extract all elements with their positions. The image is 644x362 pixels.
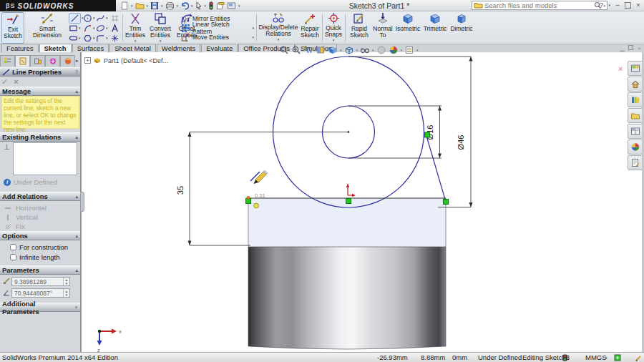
relation-fix[interactable]: Fix [4, 222, 76, 230]
tab-sketch[interactable]: Sketch [39, 44, 72, 52]
taskpane-home-tab[interactable] [628, 77, 643, 92]
rectangle-tool-button[interactable]: ▾ [69, 23, 83, 33]
taskpane-appearances-tab[interactable] [628, 140, 643, 155]
linear-sketch-pattern-button[interactable]: Linear Sketch Pattern ▾ [181, 23, 254, 32]
minimize-button[interactable]: – [613, 1, 622, 9]
save-icon[interactable] [150, 1, 159, 10]
taskpane-close-icon[interactable]: × [618, 64, 623, 73]
relation-horizontal[interactable]: Horizontal [4, 204, 76, 212]
arc-tool-button[interactable]: ▾ [83, 23, 96, 33]
apply-scene-icon[interactable] [389, 45, 399, 55]
length-field[interactable]: ▲▼ [11, 277, 70, 286]
sketch-line-slanted[interactable] [426, 136, 446, 202]
dim-large-circle-text[interactable]: Ø46 [457, 135, 465, 150]
collapse-icon[interactable]: ▴ [75, 194, 78, 200]
tag-status-icon[interactable] [614, 354, 621, 361]
search-box[interactable]: ▾ [472, 1, 608, 10]
property-manager-tab[interactable] [15, 55, 30, 67]
fillet-tool-button[interactable]: ▾ [96, 33, 110, 43]
parameters-header[interactable]: Parameters ▴ [0, 265, 80, 275]
additional-parameters-header[interactable]: Additional Parameters « [0, 303, 80, 312]
rebuild-icon[interactable] [208, 1, 214, 10]
polygon-tool-button[interactable]: ▾ [83, 33, 96, 43]
display-style-icon[interactable] [344, 45, 354, 55]
ok-button[interactable]: ✓ [1, 77, 8, 87]
print-icon[interactable] [165, 1, 175, 10]
doc-close-icon[interactable]: × [638, 45, 641, 52]
close-button[interactable]: × [634, 1, 643, 9]
display-manager-tab[interactable] [60, 55, 75, 67]
restore-button[interactable] [625, 2, 631, 9]
doc-restore-icon[interactable] [628, 45, 633, 50]
taskpane-design-library-tab[interactable] [628, 92, 643, 107]
model-cylinder[interactable] [248, 247, 446, 349]
tree-expander-icon[interactable]: + [84, 57, 91, 64]
open-icon[interactable] [135, 1, 145, 10]
existing-relations-list[interactable] [13, 142, 77, 175]
add-relations-header[interactable]: Add Relations ▴ [0, 192, 80, 201]
view-settings-icon[interactable] [404, 45, 414, 55]
cancel-button[interactable]: × [14, 77, 18, 87]
section-view-icon[interactable] [316, 45, 326, 55]
highlight-endpoint[interactable] [247, 196, 250, 199]
doc-minimize-icon[interactable]: ▁ [620, 45, 624, 52]
panel-help-icon[interactable]: ? [75, 69, 78, 74]
sketch-picture-button[interactable] [110, 13, 122, 23]
tab-sheet-metal[interactable]: Sheet Metal [109, 44, 156, 52]
panel-tabs-overflow-icon[interactable]: ▸ [76, 58, 79, 64]
angle-field[interactable]: ▲▼ [11, 288, 70, 298]
option-infinite-length[interactable]: Infinite length [10, 253, 60, 261]
configuration-manager-tab[interactable] [30, 55, 45, 67]
for-construction-checkbox[interactable] [10, 244, 16, 250]
line-tool-button[interactable] [69, 13, 81, 24]
isometric-button[interactable]: Isometric [395, 12, 421, 44]
search-input[interactable] [483, 1, 594, 9]
sketch-vertex-markers[interactable] [246, 132, 449, 205]
option-for-construction[interactable]: For construction [10, 243, 68, 251]
collapse-icon[interactable]: ▴ [75, 268, 78, 273]
tab-weldments[interactable]: Weldments [157, 44, 200, 52]
convert-entities-button[interactable]: Convert Entities ▾ [147, 12, 173, 44]
relation-vertical[interactable]: Vertical [4, 213, 76, 221]
tab-features[interactable]: Features [1, 44, 39, 52]
repair-sketch-button[interactable]: Repair Sketch [299, 12, 321, 44]
sketch-text-button[interactable] [110, 23, 122, 33]
tab-evaluate[interactable]: Evaluate [201, 44, 238, 52]
select-cursor-icon[interactable] [195, 1, 203, 10]
zoom-fit-icon[interactable] [279, 45, 289, 55]
options-header[interactable]: Options ▴ [0, 231, 80, 240]
previous-view-icon[interactable] [303, 45, 313, 55]
message-section-header[interactable]: Message ▴ [0, 87, 80, 96]
collapse-icon[interactable]: ▴ [75, 233, 78, 239]
length-input[interactable] [12, 278, 63, 285]
trimetric-button[interactable]: Trimetric [422, 12, 448, 44]
circle-tool-button[interactable]: ▾ [83, 13, 96, 23]
existing-relations-header[interactable]: Existing Relations ▴ [0, 132, 80, 142]
taskpane-file-explorer-tab[interactable] [628, 108, 643, 123]
trim-entities-button[interactable]: Trim Entities ▾ [125, 12, 146, 44]
new-document-icon[interactable] [120, 1, 129, 10]
slot-tool-button[interactable]: ▾ [69, 33, 83, 43]
view-orientation-icon[interactable] [328, 45, 338, 55]
taskpane-view-palette-tab[interactable] [628, 124, 643, 139]
dimxpert-manager-tab[interactable] [45, 55, 60, 67]
taskpane-custom-properties-tab[interactable] [628, 155, 643, 170]
units-dropdown-icon[interactable]: ▾ [605, 356, 608, 360]
expand-icon[interactable]: « [74, 306, 79, 309]
rapid-sketch-button[interactable]: Rapid Sketch [348, 12, 371, 44]
angle-spinner[interactable]: ▲▼ [63, 289, 69, 297]
tree-root-label[interactable]: Part1 (Default< <Def... [104, 57, 168, 64]
sketch-origin[interactable] [346, 183, 356, 197]
circle-center-point[interactable] [348, 131, 350, 133]
edit-sketch-status-icon[interactable] [635, 354, 643, 361]
angle-input[interactable] [12, 290, 63, 297]
edit-appearance-icon[interactable] [376, 45, 386, 55]
dimension-46-lines[interactable] [348, 57, 471, 207]
feature-tree-flyout[interactable]: + Part1 (Default< <Def... [84, 57, 168, 64]
collapse-icon[interactable]: ▴ [75, 134, 78, 140]
help-button[interactable]: ? [597, 1, 605, 9]
taskpane-resources-window-tab[interactable] [628, 61, 643, 76]
quick-snaps-button[interactable]: Quick Snaps ▾ [323, 12, 343, 44]
panel-splitter-handle[interactable] [80, 192, 84, 212]
normal-to-button[interactable]: Normal To [372, 12, 394, 44]
